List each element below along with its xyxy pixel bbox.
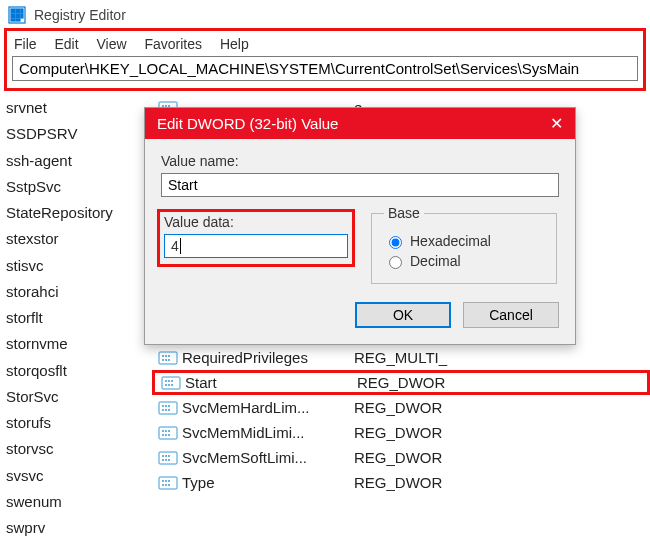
value-name: SvcMemHardLim... [182, 399, 354, 416]
svg-point-102 [165, 430, 167, 432]
tree-item[interactable]: stornvme [6, 331, 152, 357]
svg-rect-79 [159, 352, 177, 364]
address-bar[interactable] [12, 56, 638, 81]
svg-rect-5 [16, 14, 20, 18]
svg-point-87 [165, 380, 167, 382]
radio-dec[interactable]: Decimal [384, 253, 544, 269]
tree-item[interactable]: storufs [6, 410, 152, 436]
svg-point-81 [165, 355, 167, 357]
svg-point-101 [162, 430, 164, 432]
tree-item[interactable]: StateRepository [6, 200, 152, 226]
svg-rect-93 [159, 402, 177, 414]
value-name-field[interactable] [161, 173, 559, 197]
svg-rect-8 [16, 19, 20, 21]
menu-file[interactable]: File [14, 36, 37, 52]
svg-rect-1 [11, 9, 15, 13]
tree-view[interactable]: srvnetSSDPSRVssh-agentSstpSvcStateReposi… [0, 91, 152, 532]
radio-dec-input[interactable] [389, 256, 402, 269]
close-icon[interactable]: ✕ [550, 114, 563, 133]
svg-rect-100 [159, 427, 177, 439]
value-data-field[interactable]: 4 [164, 234, 348, 258]
value-row[interactable]: TypeREG_DWOR [152, 470, 650, 495]
tree-item[interactable]: stexstor [6, 226, 152, 252]
svg-point-113 [168, 459, 170, 461]
value-row[interactable]: StartREG_DWOR [152, 370, 650, 395]
svg-point-96 [168, 405, 170, 407]
tree-item[interactable]: storahci [6, 279, 152, 305]
cancel-button[interactable]: Cancel [463, 302, 559, 328]
base-legend: Base [384, 205, 424, 221]
svg-point-83 [162, 359, 164, 361]
svg-point-103 [168, 430, 170, 432]
base-group: Base Hexadecimal Decimal [371, 205, 557, 284]
tree-item[interactable]: srvnet [6, 95, 152, 121]
value-name: Start [185, 374, 357, 391]
svg-point-117 [168, 480, 170, 482]
svg-rect-6 [21, 14, 23, 18]
menubar: File Edit View Favorites Help [8, 32, 642, 56]
svg-rect-2 [16, 9, 20, 13]
value-type: REG_DWOR [357, 374, 647, 391]
svg-point-105 [165, 434, 167, 436]
tree-item[interactable]: storqosflt [6, 358, 152, 384]
svg-point-99 [168, 409, 170, 411]
tree-item[interactable]: SstpSvc [6, 174, 152, 200]
value-name: SvcMemMidLimi... [182, 424, 354, 441]
menu-view[interactable]: View [96, 36, 126, 52]
value-name: Type [182, 474, 354, 491]
svg-point-97 [162, 409, 164, 411]
value-row[interactable]: RequiredPrivilegesREG_MULTI_ [152, 345, 650, 370]
value-row[interactable]: SvcMemMidLimi...REG_DWOR [152, 420, 650, 445]
tree-item[interactable]: SSDPSRV [6, 121, 152, 147]
radio-hex-input[interactable] [389, 236, 402, 249]
tree-item[interactable]: svsvc [6, 463, 152, 489]
menu-help[interactable]: Help [220, 36, 249, 52]
svg-point-118 [162, 484, 164, 486]
value-row[interactable]: SvcMemSoftLimi...REG_DWOR [152, 445, 650, 470]
dialog-title: Edit DWORD (32-bit) Value [157, 115, 338, 132]
svg-point-120 [168, 484, 170, 486]
svg-rect-4 [11, 14, 15, 18]
svg-point-112 [165, 459, 167, 461]
svg-rect-107 [159, 452, 177, 464]
edit-dword-dialog: Edit DWORD (32-bit) Value ✕ Value name: … [144, 107, 576, 345]
value-type: REG_MULTI_ [354, 349, 650, 366]
highlight-address-area: File Edit View Favorites Help [4, 28, 646, 91]
svg-rect-114 [159, 477, 177, 489]
menu-edit[interactable]: Edit [54, 36, 78, 52]
tree-item[interactable]: ssh-agent [6, 148, 152, 174]
tree-item[interactable]: storvsc [6, 436, 152, 462]
svg-point-82 [168, 355, 170, 357]
app-icon [8, 6, 26, 24]
svg-point-115 [162, 480, 164, 482]
svg-point-98 [165, 409, 167, 411]
value-name: RequiredPrivileges [182, 349, 354, 366]
tree-item[interactable]: StorSvc [6, 384, 152, 410]
value-row[interactable]: SvcMemHardLim...REG_DWOR [152, 395, 650, 420]
window-title: Registry Editor [34, 7, 126, 23]
svg-point-108 [162, 455, 164, 457]
tree-item[interactable]: swenum [6, 489, 152, 515]
tree-item[interactable]: swprv [6, 515, 152, 541]
svg-point-85 [168, 359, 170, 361]
svg-point-95 [165, 405, 167, 407]
tree-item[interactable]: storflt [6, 305, 152, 331]
value-type: REG_DWOR [354, 424, 650, 441]
svg-point-80 [162, 355, 164, 357]
svg-point-119 [165, 484, 167, 486]
tree-item[interactable]: stisvc [6, 253, 152, 279]
menu-favorites[interactable]: Favorites [144, 36, 202, 52]
highlight-value-data: Value data: 4 [157, 209, 355, 267]
svg-point-104 [162, 434, 164, 436]
value-type: REG_DWOR [354, 449, 650, 466]
svg-point-88 [168, 380, 170, 382]
svg-rect-3 [21, 9, 23, 13]
value-type: REG_DWOR [354, 399, 650, 416]
svg-point-92 [171, 384, 173, 386]
value-name: SvcMemSoftLimi... [182, 449, 354, 466]
radio-hex[interactable]: Hexadecimal [384, 233, 544, 249]
ok-button[interactable]: OK [355, 302, 451, 328]
value-name-label: Value name: [161, 153, 559, 169]
svg-point-91 [168, 384, 170, 386]
dialog-titlebar: Edit DWORD (32-bit) Value ✕ [145, 108, 575, 139]
